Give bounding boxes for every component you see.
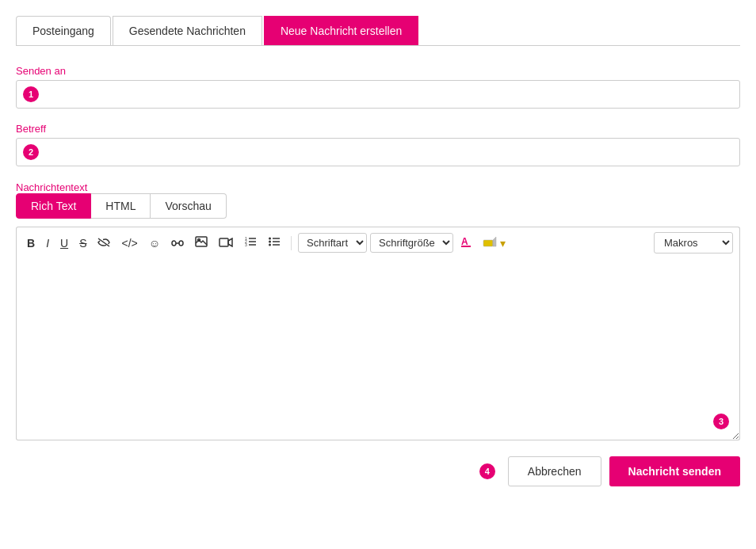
highlight-button[interactable]: ▾	[479, 234, 510, 252]
unordered-list-button[interactable]	[264, 234, 284, 252]
schriftgroesse-dropdown[interactable]: Schriftgröße	[370, 233, 453, 253]
editor-badge: 3	[713, 414, 729, 429]
send-button[interactable]: Nachricht senden	[609, 456, 740, 486]
emoji-button[interactable]: ☺	[145, 234, 164, 252]
senden-an-input-row: 1	[16, 80, 740, 109]
subtab-vorschau[interactable]: Vorschau	[151, 193, 226, 219]
font-color-button[interactable]: A	[456, 234, 475, 252]
page-container: Posteingang Gesendete Nachrichten Neue N…	[0, 0, 756, 549]
subtab-html[interactable]: HTML	[91, 193, 151, 219]
macros-dropdown[interactable]: Makros	[654, 232, 733, 254]
editor-textarea[interactable]	[16, 258, 740, 440]
editor-toolbar: B I U S </> ☺	[16, 227, 740, 258]
underline-button[interactable]: U	[56, 234, 72, 252]
svg-point-16	[269, 244, 271, 246]
eye-slash-button[interactable]	[94, 234, 114, 252]
actions-badge: 4	[479, 463, 495, 479]
tab-posteingang[interactable]: Posteingang	[16, 16, 111, 45]
betreff-input[interactable]	[44, 146, 733, 158]
tabs-row: Posteingang Gesendete Nachrichten Neue N…	[16, 16, 740, 46]
betreff-input-row: 2	[16, 138, 740, 166]
nachrichtentext-group: Nachrichtentext Rich Text HTML Vorschau …	[16, 181, 740, 440]
subtab-richtext[interactable]: Rich Text	[16, 193, 91, 219]
svg-point-14	[269, 238, 271, 240]
bold-button[interactable]: B	[23, 234, 39, 252]
schriftart-dropdown[interactable]: Schriftart	[298, 233, 367, 253]
svg-rect-0	[172, 241, 176, 246]
link-button[interactable]	[167, 234, 188, 252]
svg-rect-4	[220, 238, 228, 246]
svg-marker-20	[493, 237, 496, 246]
senden-an-group: Senden an 1	[16, 65, 740, 109]
cancel-button[interactable]: Abbrechen	[508, 456, 601, 486]
video-button[interactable]	[215, 234, 237, 252]
toolbar-sep-1	[291, 236, 292, 250]
svg-rect-18	[461, 246, 471, 247]
senden-an-input[interactable]	[44, 88, 733, 101]
senden-an-badge: 1	[23, 86, 39, 102]
svg-text:A: A	[461, 236, 468, 247]
editor-wrapper: 3	[16, 258, 740, 440]
betreff-group: Betreff 2	[16, 123, 740, 166]
senden-an-label: Senden an	[16, 65, 740, 77]
svg-rect-1	[179, 241, 183, 246]
code-button[interactable]: </>	[117, 234, 141, 252]
betreff-label: Betreff	[16, 123, 740, 135]
strikethrough-button[interactable]: S	[75, 234, 90, 252]
svg-point-15	[269, 241, 271, 243]
italic-button[interactable]: I	[42, 234, 53, 252]
nachrichtentext-label: Nachrichtentext	[16, 181, 87, 193]
tab-gesendete[interactable]: Gesendete Nachrichten	[113, 16, 262, 45]
svg-rect-19	[483, 240, 493, 246]
actions-row: 4 Abbrechen Nachricht senden	[16, 456, 740, 486]
betreff-badge: 2	[23, 144, 39, 160]
subtabs-row: Rich Text HTML Vorschau	[16, 193, 740, 219]
tab-neue[interactable]: Neue Nachricht erstellen	[264, 16, 418, 45]
svg-text:3: 3	[245, 242, 247, 247]
image-button[interactable]	[191, 234, 212, 252]
ordered-list-button[interactable]: 1 2 3	[240, 234, 261, 252]
